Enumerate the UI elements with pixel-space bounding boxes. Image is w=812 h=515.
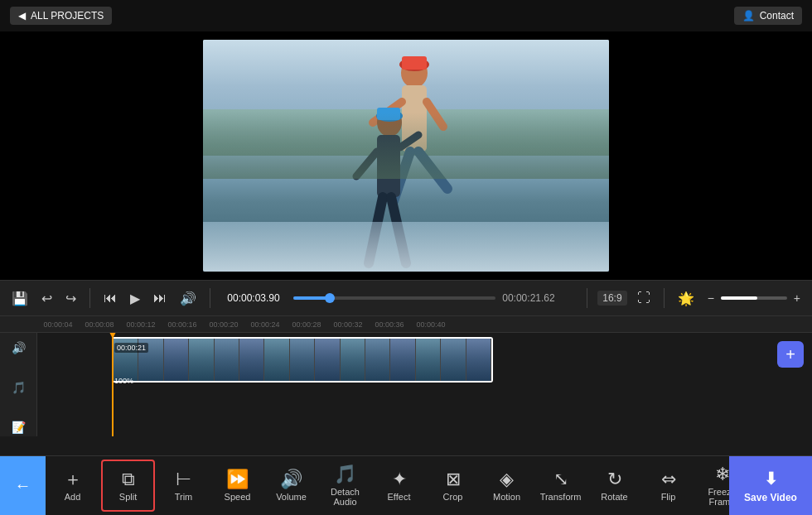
total-time: 00:00:21.62 <box>502 292 577 304</box>
zoom-slider[interactable] <box>721 296 787 300</box>
video-frame <box>365 339 390 381</box>
separator-4 <box>664 288 665 308</box>
flip-icon: ⇔ <box>661 470 676 489</box>
detach-audio-label: Detach Audio <box>321 487 369 507</box>
back-label: ALL PROJECTS <box>31 10 104 22</box>
split-icon: ⧉ <box>122 470 135 489</box>
tool-volume[interactable]: 🔊Volume <box>264 456 318 515</box>
video-track-label: 00:00:21 <box>114 343 148 353</box>
ruler-mark: 00:00:24 <box>244 320 286 329</box>
extra-tracks: ♪ 0 🎵 0 T 0 <box>37 391 812 436</box>
volume-label: Volume <box>276 492 307 502</box>
zoom-out-button[interactable]: − <box>704 288 718 308</box>
playback-toolbar: 💾 ↩ ↪ ⏮ ▶ ⏭ 🔊 00:00:03.90 00:00:21.62 16… <box>0 280 812 316</box>
separator-3 <box>587 288 587 308</box>
current-time: 00:00:03.90 <box>220 292 287 304</box>
rotate-label: Rotate <box>601 492 627 502</box>
save-video-button[interactable]: ⬇ Save Video <box>729 456 812 515</box>
timeline-body: 🔊 🎵 📝 🔧 00:00:21 100% ♪ 0 🎵 <box>0 333 812 436</box>
video-track[interactable] <box>112 337 493 383</box>
skip-start-button[interactable]: ⏮ <box>100 287 120 309</box>
tool-freeze-frame[interactable]: ❄Freeze Frame <box>695 456 729 515</box>
back-arrow-icon: ◀ <box>18 10 26 22</box>
svg-rect-13 <box>402 56 427 70</box>
ruler-mark: 00:00:32 <box>327 320 369 329</box>
video-track-percent: 100% <box>114 377 133 385</box>
video-frame <box>189 339 214 381</box>
ruler-mark: 00:00:04 <box>37 320 79 329</box>
motion-icon: ◈ <box>500 470 514 489</box>
freeze-frame-label: Freeze Frame <box>698 487 729 507</box>
fullscreen-button[interactable]: ⛶ <box>634 287 654 309</box>
track-icons: 🔊 🎵 📝 🔧 <box>0 333 37 436</box>
video-track-icon: 🔊 <box>12 341 26 354</box>
tool-motion[interactable]: ◈Motion <box>480 456 534 515</box>
video-preview <box>203 40 609 272</box>
progress-bar[interactable] <box>293 296 495 300</box>
preview-area <box>0 31 812 280</box>
video-frame <box>164 339 189 381</box>
brightness-button[interactable]: 🌟 <box>674 287 698 310</box>
ruler-mark: 00:00:28 <box>286 320 327 329</box>
tool-effect[interactable]: ✦Effect <box>372 456 426 515</box>
tool-detach-audio[interactable]: 🎵Detach Audio <box>318 456 372 515</box>
zoom-controls: − + <box>704 288 804 308</box>
video-frame <box>239 339 264 381</box>
video-frame <box>264 339 289 381</box>
back-button[interactable]: ◀ ALL PROJECTS <box>10 7 112 25</box>
trim-label: Trim <box>175 492 193 502</box>
crop-icon: ⊠ <box>446 470 461 489</box>
effect-label: Effect <box>388 492 411 502</box>
motion-label: Motion <box>493 492 520 502</box>
detach-audio-icon: 🎵 <box>334 465 356 484</box>
zoom-fill <box>721 296 757 300</box>
ruler-mark: 00:00:16 <box>162 320 203 329</box>
svg-rect-7 <box>377 135 400 197</box>
tool-crop[interactable]: ⊠Crop <box>426 456 480 515</box>
svg-rect-15 <box>377 108 400 120</box>
separator-2 <box>210 288 210 308</box>
trim-icon: ⊢ <box>176 470 191 489</box>
zoom-in-button[interactable]: + <box>790 288 804 308</box>
ruler-mark: 00:00:12 <box>120 320 162 329</box>
add-track-button[interactable]: + <box>777 341 804 368</box>
timeline-tracks: 00:00:21 100% ♪ 0 🎵 0 T 0 <box>37 333 812 436</box>
tool-add[interactable]: ＋Add <box>46 456 99 515</box>
aspect-ratio: 16:9 <box>597 291 626 306</box>
separator-1 <box>89 288 90 308</box>
contact-button[interactable]: 👤 Contact <box>734 7 802 25</box>
bottom-toolbar: ← ＋Add⧉Split⊢Trim⏩Speed🔊Volume🎵Detach Au… <box>0 455 812 515</box>
progress-handle[interactable] <box>325 293 335 303</box>
save-project-button[interactable]: 💾 <box>8 287 31 310</box>
svg-line-2 <box>373 102 402 123</box>
tool-trim[interactable]: ⊢Trim <box>157 456 210 515</box>
tool-speed[interactable]: ⏩Speed <box>210 456 264 515</box>
ruler-mark: 00:00:40 <box>410 320 452 329</box>
back-arrow-button[interactable]: ← <box>0 456 46 515</box>
volume-button[interactable]: 🔊 <box>176 287 200 310</box>
video-frame <box>290 339 315 381</box>
ruler-mark: 00:00:36 <box>369 320 410 329</box>
tool-transform[interactable]: ⤡Transform <box>534 456 587 515</box>
crop-label: Crop <box>443 492 463 502</box>
contact-label: Contact <box>760 10 794 22</box>
tool-flip[interactable]: ⇔Flip <box>641 456 695 515</box>
skip-end-button[interactable]: ⏭ <box>150 287 170 309</box>
playhead <box>112 333 114 436</box>
redo-button[interactable]: ↪ <box>62 287 80 310</box>
contact-avatar-icon: 👤 <box>742 10 755 22</box>
add-label: Add <box>65 492 81 502</box>
timeline-ruler: 00:00:0400:00:0800:00:1200:00:1600:00:20… <box>0 316 812 333</box>
text-track-icon: 📝 <box>12 421 26 434</box>
volume-icon: 🔊 <box>280 470 302 489</box>
svg-line-8 <box>356 152 377 176</box>
svg-point-6 <box>377 108 402 137</box>
play-button[interactable]: ▶ <box>127 287 143 310</box>
tool-rotate[interactable]: ↻Rotate <box>587 456 641 515</box>
ruler-marks: 00:00:0400:00:0800:00:1200:00:1600:00:20… <box>37 320 812 329</box>
tool-split[interactable]: ⧉Split <box>101 460 155 512</box>
video-frame <box>441 339 466 381</box>
undo-button[interactable]: ↩ <box>38 287 56 310</box>
svg-line-3 <box>427 102 443 127</box>
video-frame <box>215 339 239 381</box>
